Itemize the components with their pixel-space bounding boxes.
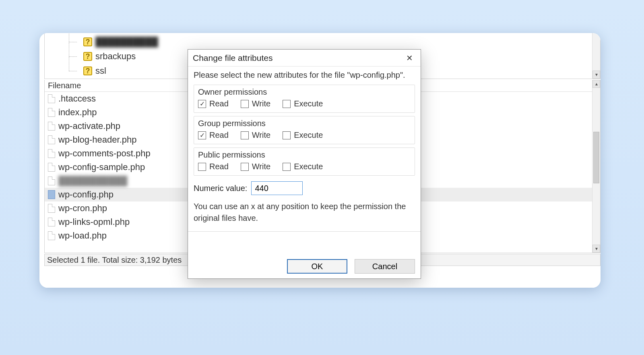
dialog-title-text: Change file attributes: [193, 53, 272, 63]
checkbox-icon: [241, 100, 249, 108]
file-name: .htaccess: [58, 93, 96, 104]
group-title-owner: Owner permissions: [194, 85, 415, 99]
file-icon: [48, 108, 55, 117]
checkbox-label: Read: [209, 99, 229, 108]
read-checkbox[interactable]: ✓Read: [198, 99, 229, 108]
scroll-down-button[interactable]: ▾: [592, 71, 600, 79]
checkbox-icon: [198, 163, 206, 171]
file-name: wp-config-sample.php: [58, 162, 145, 172]
file-name: wp-blog-header.php: [58, 135, 136, 145]
checkbox-label: Execute: [294, 162, 323, 171]
read-checkbox[interactable]: ✓Read: [198, 131, 229, 140]
checkbox-label: Execute: [294, 99, 323, 108]
file-name: wp-links-opml.php: [58, 217, 130, 227]
file-icon: [48, 135, 55, 144]
tree-branch-icon: [65, 51, 80, 62]
tree-item-label: srbackups: [95, 51, 136, 62]
file-name: wp-activate.php: [58, 121, 120, 131]
file-name: wp-config.php: [58, 189, 114, 200]
checkbox-icon: [241, 163, 249, 171]
unknown-folder-icon: ?: [83, 37, 92, 46]
file-icon: [48, 231, 55, 240]
tree-item-label: ssl: [95, 66, 106, 76]
file-icon: [48, 204, 55, 213]
read-checkbox[interactable]: Read: [198, 162, 229, 171]
group-title-group: Group permissions: [194, 116, 415, 131]
tree-item[interactable]: ?srbackups: [65, 51, 136, 62]
execute-checkbox[interactable]: Execute: [283, 131, 323, 140]
execute-checkbox[interactable]: Execute: [283, 99, 323, 108]
tree-branch-icon: [65, 65, 80, 77]
checkbox-label: Execute: [294, 131, 323, 140]
write-checkbox[interactable]: Write: [241, 162, 270, 171]
tree-scrollbar[interactable]: ▾: [592, 33, 600, 79]
file-icon: [48, 149, 55, 158]
file-list-scrollbar[interactable]: ▴ ▾: [592, 80, 600, 253]
checkbox-icon: ✓: [198, 100, 206, 108]
owner-permissions-group: Owner permissions ✓ReadWriteExecute: [194, 85, 415, 113]
file-name: wp-load.php: [58, 230, 107, 241]
dialog-body: Please select the new attributes for the…: [188, 66, 421, 254]
checkbox-icon: [283, 100, 291, 108]
scroll-down-button[interactable]: ▾: [592, 245, 600, 253]
group-permissions-group: Group permissions ✓ReadWriteExecute: [194, 116, 415, 144]
file-icon: [48, 176, 55, 185]
change-attributes-dialog: Change file attributes ✕ Please select t…: [188, 49, 421, 279]
close-icon[interactable]: ✕: [403, 52, 416, 64]
tree-branch-icon: [65, 36, 80, 48]
scroll-up-button[interactable]: ▴: [592, 80, 600, 88]
numeric-value-input[interactable]: [251, 181, 303, 195]
tree-item-label: ██████████: [95, 37, 158, 47]
column-header-filename[interactable]: Filename: [48, 81, 81, 90]
numeric-value-label: Numeric value:: [194, 184, 247, 193]
file-icon: [48, 190, 55, 199]
dialog-footer: OK Cancel: [188, 254, 421, 278]
cancel-button[interactable]: Cancel: [355, 259, 415, 274]
checkbox-icon: [283, 163, 291, 171]
unknown-folder-icon: ?: [83, 52, 92, 61]
file-icon: [48, 218, 55, 226]
file-icon: [48, 163, 55, 172]
dialog-instruction: Please select the new attributes for the…: [194, 71, 415, 80]
tree-item[interactable]: ?ssl: [65, 65, 106, 77]
scrollbar-thumb[interactable]: [593, 132, 599, 184]
checkbox-label: Write: [252, 99, 270, 108]
app-content: ?██████████?srbackups?ssl ▾ Filename .ht…: [44, 33, 601, 288]
dialog-separator: [188, 231, 421, 232]
dialog-titlebar[interactable]: Change file attributes ✕: [188, 50, 421, 66]
dialog-hint: You can use an x at any position to keep…: [194, 201, 415, 224]
write-checkbox[interactable]: Write: [241, 131, 270, 140]
checkbox-icon: [241, 131, 249, 139]
public-permissions-group: Public permissions ReadWriteExecute: [194, 147, 415, 176]
group-title-public: Public permissions: [194, 148, 415, 162]
checkbox-icon: [283, 131, 291, 139]
file-name: wp-cron.php: [58, 203, 107, 214]
checkbox-label: Read: [209, 131, 229, 140]
file-name: ███████████: [58, 176, 127, 186]
file-icon: [48, 122, 55, 131]
checkbox-label: Write: [252, 162, 270, 171]
app-window: ?██████████?srbackups?ssl ▾ Filename .ht…: [39, 33, 601, 288]
file-name: wp-comments-post.php: [58, 148, 151, 159]
tree-item[interactable]: ?██████████: [65, 36, 158, 48]
file-name: index.php: [58, 107, 97, 118]
checkbox-icon: ✓: [198, 131, 206, 139]
checkbox-label: Write: [252, 131, 270, 140]
write-checkbox[interactable]: Write: [241, 99, 270, 108]
status-text: Selected 1 file. Total size: 3,192 bytes: [47, 255, 182, 265]
numeric-value-row: Numeric value:: [194, 181, 415, 195]
execute-checkbox[interactable]: Execute: [283, 162, 323, 171]
checkbox-label: Read: [209, 162, 229, 171]
ok-button[interactable]: OK: [287, 259, 347, 274]
unknown-folder-icon: ?: [83, 66, 92, 75]
file-icon: [48, 94, 55, 103]
